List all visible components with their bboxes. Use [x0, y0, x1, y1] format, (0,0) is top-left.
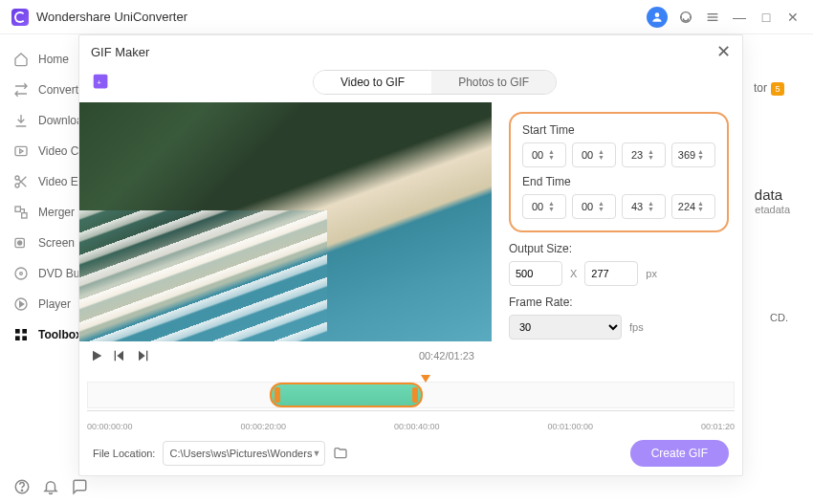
start-ms-input[interactable]: [676, 149, 697, 161]
support-icon[interactable]: [677, 9, 694, 26]
svg-point-8: [15, 184, 19, 187]
output-unit: px: [646, 268, 657, 279]
grid-icon: [13, 327, 29, 342]
tab-video-to-gif[interactable]: Video to GIF: [314, 71, 431, 94]
selection-start-handle[interactable]: [275, 387, 280, 403]
sidebar-item-converter[interactable]: Converter: [0, 75, 82, 105]
end-time-label: End Time: [522, 175, 715, 188]
svg-point-14: [18, 241, 22, 245]
gif-maker-modal: GIF Maker ✕ + Video to GIF Photos to GIF: [78, 34, 743, 476]
time-counter: 00:42/01:23: [419, 350, 474, 362]
svg-point-0: [655, 12, 660, 17]
create-gif-button[interactable]: Create GIF: [630, 440, 729, 467]
record-icon: [13, 235, 29, 251]
bg-text-cd: CD.: [770, 312, 788, 323]
end-minutes-stepper[interactable]: ▲▼: [572, 194, 616, 219]
output-width-input[interactable]: [509, 261, 562, 286]
svg-rect-21: [15, 336, 20, 340]
svg-text:+: +: [97, 78, 100, 87]
svg-marker-27: [93, 351, 101, 362]
timeline-ticks: 00:00:00:00 00:00:20:00 00:00:40:00 00:0…: [87, 418, 735, 431]
sidebar-item-label: Home: [38, 53, 69, 66]
start-seconds-input[interactable]: [626, 149, 648, 161]
start-hours-stepper[interactable]: ▲▼: [522, 142, 566, 167]
open-folder-icon[interactable]: [333, 446, 348, 461]
sidebar: Home Converter Downloader Video Compress…: [0, 34, 82, 470]
sidebar-item-recorder[interactable]: Screen Recorder: [0, 228, 82, 258]
home-icon: [13, 52, 29, 67]
sidebar-item-player[interactable]: Player: [0, 289, 82, 319]
svg-marker-28: [117, 351, 123, 362]
app-title: Wondershare UniConverter: [36, 10, 647, 24]
user-avatar[interactable]: [647, 7, 668, 28]
scissors-icon: [13, 174, 29, 189]
svg-rect-31: [146, 351, 147, 362]
end-hours-stepper[interactable]: ▲▼: [522, 194, 566, 219]
time-range-box: Start Time ▲▼ ▲▼ ▲▼ ▲▼ End Time ▲▼ ▲▼ ▲▼…: [509, 112, 729, 232]
bg-text-data: data: [755, 186, 782, 203]
output-size-label: Output Size:: [509, 242, 729, 255]
app-logo-icon: [11, 9, 29, 26]
menu-icon[interactable]: [704, 9, 721, 26]
start-seconds-stepper[interactable]: ▲▼: [622, 142, 666, 167]
next-frame-button[interactable]: [135, 348, 150, 363]
selection-end-handle[interactable]: [412, 387, 418, 403]
play-icon: [13, 296, 29, 312]
svg-marker-30: [139, 351, 145, 362]
svg-point-24: [21, 490, 22, 491]
sidebar-item-label: Merger: [38, 206, 75, 219]
svg-marker-6: [20, 149, 23, 153]
download-icon: [13, 113, 29, 128]
frame-rate-select[interactable]: 30: [509, 315, 622, 340]
feedback-icon[interactable]: [71, 478, 88, 495]
sidebar-item-compressor[interactable]: Video Compressor: [0, 136, 82, 166]
start-minutes-stepper[interactable]: ▲▼: [572, 142, 616, 167]
sidebar-item-home[interactable]: Home: [0, 44, 82, 75]
end-minutes-input[interactable]: [577, 201, 598, 212]
help-icon[interactable]: [13, 478, 31, 495]
minimize-button[interactable]: —: [731, 9, 748, 26]
sidebar-item-dvd[interactable]: DVD Burner: [0, 258, 82, 289]
start-hours-input[interactable]: [527, 149, 548, 161]
file-location-select[interactable]: C:\Users\ws\Pictures\Wonders ▼: [163, 441, 325, 466]
frame-rate-unit: fps: [629, 321, 644, 333]
end-seconds-input[interactable]: [626, 201, 648, 212]
sidebar-item-downloader[interactable]: Downloader: [0, 105, 82, 136]
start-minutes-input[interactable]: [577, 149, 598, 161]
sidebar-item-merger[interactable]: Merger: [0, 197, 82, 228]
compress-icon: [13, 143, 29, 159]
end-hours-input[interactable]: [527, 201, 548, 212]
prev-frame-button[interactable]: [112, 348, 127, 363]
count-badge: 5: [771, 82, 784, 96]
timeline: 00:00:00:00 00:00:20:00 00:00:40:00 00:0…: [79, 376, 742, 431]
bg-text: tor5: [754, 81, 784, 96]
svg-rect-11: [15, 207, 20, 211]
timeline-track[interactable]: [87, 382, 735, 408]
close-icon[interactable]: ✕: [716, 41, 731, 62]
output-height-input[interactable]: [584, 261, 638, 286]
close-button[interactable]: ✕: [784, 9, 802, 26]
file-location-label: File Location:: [93, 448, 155, 459]
file-path-text: C:\Users\ws\Pictures\Wonders: [169, 448, 312, 459]
end-seconds-stepper[interactable]: ▲▼: [622, 194, 666, 219]
tick-label: 00:00:40:00: [394, 422, 440, 431]
svg-marker-18: [20, 301, 24, 306]
playhead-icon[interactable]: [421, 375, 430, 383]
end-ms-stepper[interactable]: ▲▼: [671, 194, 715, 219]
timeline-selection[interactable]: [270, 383, 423, 407]
play-button[interactable]: [89, 348, 104, 363]
sidebar-item-toolbox[interactable]: Toolbox: [0, 319, 82, 350]
video-preview[interactable]: [79, 102, 492, 341]
disc-icon: [13, 266, 29, 281]
gif-tool-icon: +: [91, 72, 112, 93]
tab-photos-to-gif[interactable]: Photos to GIF: [431, 71, 556, 94]
bell-icon[interactable]: [42, 478, 59, 495]
maximize-button[interactable]: □: [758, 9, 775, 26]
sidebar-item-editor[interactable]: Video Editor: [0, 166, 82, 197]
svg-rect-22: [22, 336, 27, 340]
end-ms-input[interactable]: [676, 201, 697, 212]
start-ms-stepper[interactable]: ▲▼: [671, 142, 715, 167]
svg-rect-5: [15, 146, 27, 155]
titlebar: Wondershare UniConverter — □ ✕: [0, 0, 813, 34]
playbar: 00:42/01:23: [79, 341, 492, 370]
